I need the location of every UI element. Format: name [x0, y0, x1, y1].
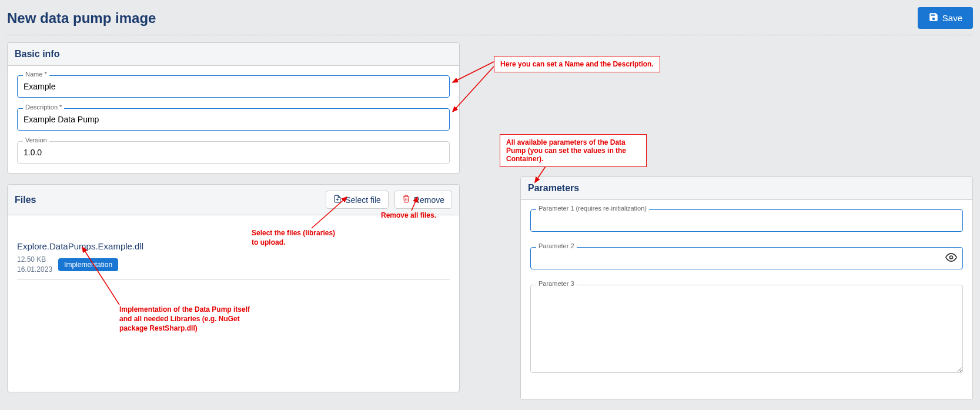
parameter-2-label: Parameter 2 — [536, 242, 577, 249]
svg-point-1 — [950, 256, 953, 259]
header-divider — [7, 35, 973, 35]
parameters-card-title: Parameters — [521, 177, 972, 200]
file-item: Explore.DataPumps.Example.dll 12.50 KB 1… — [17, 241, 450, 280]
implementation-chip: Implementation — [58, 258, 118, 271]
file-size: 12.50 KB — [17, 255, 52, 265]
parameter-1-field[interactable] — [530, 209, 963, 232]
files-card-title: Files — [15, 195, 36, 205]
basic-info-card-title: Basic info — [8, 43, 459, 66]
name-field[interactable] — [17, 75, 450, 98]
remove-label: Remove — [414, 195, 444, 205]
eye-icon[interactable] — [945, 252, 957, 265]
parameter-3-field[interactable] — [530, 285, 963, 373]
annotation-name-description: Here you can set a Name and the Descript… — [494, 56, 660, 72]
version-field[interactable] — [17, 141, 450, 164]
remove-button[interactable]: Remove — [394, 191, 452, 209]
file-upload-icon — [333, 195, 342, 205]
file-name: Explore.DataPumps.Example.dll — [17, 241, 450, 251]
parameter-3-label: Parameter 3 — [536, 280, 577, 287]
description-field[interactable] — [17, 108, 450, 131]
annotation-select-files: Select the files (libraries) to upload. — [252, 228, 340, 247]
version-field-label: Version — [23, 136, 49, 144]
annotation-implementation: Implementation of the Data Pump itself a… — [119, 305, 255, 334]
save-button[interactable]: Save — [918, 7, 973, 29]
save-icon — [928, 12, 939, 24]
file-date: 16.01.2023 — [17, 265, 52, 275]
page-title: New data pump image — [7, 10, 156, 26]
description-field-label: Description * — [23, 104, 64, 111]
save-button-label: Save — [942, 13, 962, 23]
trash-icon — [402, 195, 410, 205]
parameters-card: Parameters Parameter 1 (requires re-init… — [520, 176, 973, 400]
parameter-2-field[interactable] — [530, 247, 963, 269]
parameter-1-label: Parameter 1 (requires re-initialization) — [536, 205, 649, 212]
annotation-remove-all: Remove all files. — [381, 211, 436, 220]
name-field-label: Name * — [23, 71, 49, 78]
select-file-label: Select file — [345, 195, 381, 205]
annotation-parameters: All available parameters of the Data Pum… — [500, 134, 647, 167]
basic-info-card: Basic info Name * Description * Version — [7, 42, 460, 174]
select-file-button[interactable]: Select file — [326, 191, 389, 209]
